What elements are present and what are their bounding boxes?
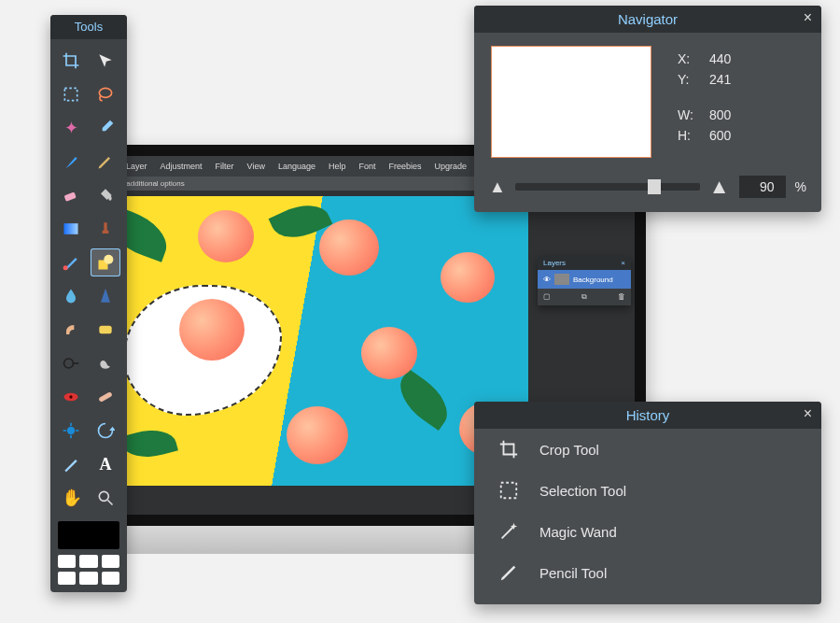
close-icon[interactable]: × <box>621 259 625 267</box>
menu-item[interactable]: Upgrade <box>435 162 468 171</box>
nav-h-label: H: <box>678 128 702 143</box>
visibility-icon[interactable]: 👁 <box>543 276 551 284</box>
marquee-tool[interactable] <box>56 80 86 108</box>
history-item[interactable]: Magic Wand <box>474 511 821 552</box>
pencil-icon <box>498 562 519 583</box>
move-tool[interactable] <box>91 47 120 75</box>
nav-w-label: W: <box>678 107 702 122</box>
trash-icon[interactable]: 🗑 <box>618 292 625 302</box>
svg-rect-7 <box>99 326 111 333</box>
canvas[interactable] <box>86 196 528 486</box>
dodge-tool[interactable] <box>56 349 86 377</box>
blur-tool[interactable] <box>56 282 86 310</box>
lasso-tool[interactable] <box>91 80 120 108</box>
nav-y-label: Y: <box>678 72 702 87</box>
sponge-tool[interactable] <box>91 316 120 344</box>
menu-item[interactable]: Filter <box>216 162 234 171</box>
svg-rect-0 <box>64 88 77 100</box>
history-item[interactable]: Selection Tool <box>474 470 821 511</box>
svg-point-1 <box>99 88 111 97</box>
tools-title: Tools <box>50 15 127 39</box>
menu-item[interactable]: View <box>247 162 265 171</box>
menu-item[interactable]: Freebies <box>389 162 422 171</box>
zoom-tool[interactable] <box>91 484 120 512</box>
duplicate-layer-icon[interactable]: ⧉ <box>581 292 587 302</box>
nav-h-value: 600 <box>709 128 731 143</box>
history-label: Pencil Tool <box>539 565 607 581</box>
menu-item[interactable]: Help <box>329 162 346 171</box>
palette-grid[interactable] <box>58 555 119 585</box>
navigator-title: Navigator <box>618 11 678 27</box>
color-replace-tool[interactable] <box>56 248 86 276</box>
history-item[interactable]: Pencil Tool <box>474 552 821 593</box>
sharpen-tool[interactable] <box>91 282 120 310</box>
heal-tool[interactable] <box>91 383 120 411</box>
history-title: History <box>626 407 670 423</box>
history-label: Magic Wand <box>539 524 617 540</box>
new-layer-icon[interactable]: ▢ <box>543 292 551 302</box>
svg-point-8 <box>64 359 74 368</box>
menu-item[interactable]: Font <box>358 162 375 171</box>
hand-tool[interactable]: ✋ <box>56 484 86 512</box>
history-label: Crop Tool <box>539 442 599 458</box>
svg-point-4 <box>63 265 68 270</box>
history-item[interactable]: Crop Tool <box>474 429 821 470</box>
svg-point-12 <box>67 427 75 434</box>
pencil-tool[interactable] <box>91 148 120 176</box>
svg-rect-14 <box>501 483 517 499</box>
zoom-slider[interactable] <box>515 183 700 191</box>
layers-footer: ▢ ⧉ 🗑 <box>538 289 631 305</box>
layer-name: Background <box>573 276 613 284</box>
navigator-panel: Navigator × X:440 Y:241 W:800 H:600 ▲ ▲ … <box>474 6 821 212</box>
tools-panel: Tools ✦ A ✋ <box>50 15 127 592</box>
eraser-tool[interactable] <box>56 181 86 209</box>
menu-item[interactable]: Language <box>278 162 315 171</box>
nav-w-value: 800 <box>709 107 731 122</box>
crop-icon <box>498 439 519 460</box>
stamp-tool[interactable] <box>91 215 120 243</box>
rotate-tool[interactable] <box>91 417 120 445</box>
burn-tool[interactable] <box>91 349 120 377</box>
nav-x-label: X: <box>678 51 702 66</box>
type-tool[interactable]: A <box>91 450 120 478</box>
zoom-slider-thumb[interactable] <box>648 179 661 194</box>
shape-tool[interactable] <box>91 248 120 276</box>
wand-icon <box>498 521 519 542</box>
history-panel: History × Crop Tool Selection Tool Magic… <box>474 402 821 604</box>
navigator-stats: X:440 Y:241 W:800 H:600 <box>678 46 731 158</box>
nav-x-value: 440 <box>709 51 731 66</box>
layer-thumb <box>554 274 569 285</box>
svg-point-10 <box>69 395 72 398</box>
gradient-tool[interactable] <box>56 215 86 243</box>
nav-y-value: 241 <box>709 72 731 87</box>
transform-tool[interactable] <box>56 417 86 445</box>
zoom-in-icon[interactable]: ▲ <box>709 175 730 199</box>
layers-title: Layers <box>543 259 566 267</box>
smudge-tool[interactable] <box>56 316 86 344</box>
zoom-percent-label: % <box>795 179 806 194</box>
color-swatches[interactable] <box>58 521 119 549</box>
marquee-icon <box>498 480 519 501</box>
layer-row[interactable]: 👁 Background <box>538 270 631 289</box>
redeye-tool[interactable] <box>56 383 86 411</box>
brush-tool[interactable] <box>56 148 86 176</box>
history-label: Selection Tool <box>539 483 626 499</box>
eyedropper-tool[interactable] <box>91 114 120 142</box>
pen-tool[interactable] <box>56 450 86 478</box>
layers-panel[interactable]: Layers × 👁 Background ▢ ⧉ 🗑 <box>538 256 631 305</box>
magic-wand-tool[interactable]: ✦ <box>56 114 86 142</box>
svg-rect-2 <box>64 192 77 202</box>
menu-item[interactable]: Adjustment <box>161 162 203 171</box>
svg-rect-3 <box>64 223 78 234</box>
menu-item[interactable]: Layer <box>126 162 147 171</box>
svg-rect-11 <box>98 391 112 403</box>
svg-point-13 <box>99 491 108 501</box>
zoom-value[interactable]: 90 <box>739 176 786 198</box>
bucket-tool[interactable] <box>91 181 120 209</box>
navigator-preview[interactable] <box>491 46 651 158</box>
close-icon[interactable]: × <box>804 9 812 26</box>
close-icon[interactable]: × <box>804 405 812 422</box>
crop-tool[interactable] <box>56 47 86 75</box>
svg-point-6 <box>104 255 113 264</box>
zoom-out-icon[interactable]: ▲ <box>489 177 506 197</box>
